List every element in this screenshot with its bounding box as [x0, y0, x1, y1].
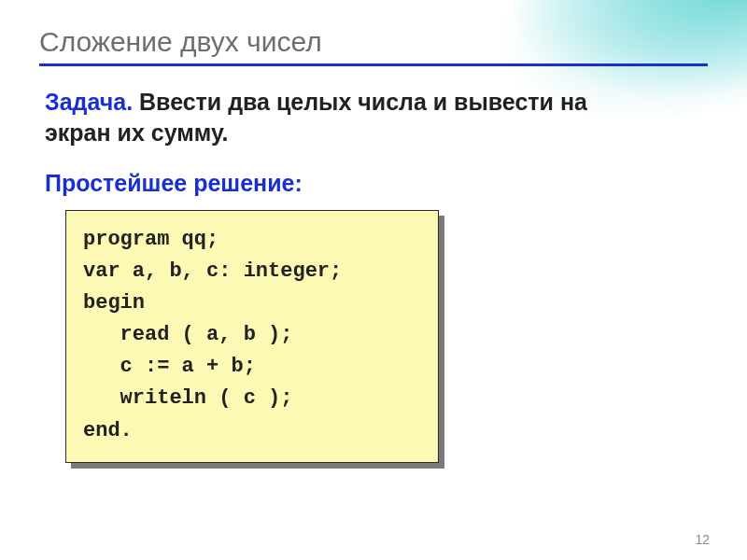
page-title: Сложение двух чисел	[39, 26, 708, 58]
task-label: Задача.	[45, 89, 133, 115]
slide-content: Сложение двух чисел Задача. Ввести два ц…	[0, 0, 747, 560]
code-block-body: program qq; var a, b, c: integer; begin …	[65, 210, 439, 463]
code-line-6: writeln ( c );	[83, 383, 421, 414]
code-block: program qq; var a, b, c: integer; begin …	[65, 210, 439, 463]
page-number: 12	[695, 532, 710, 547]
code-line-4: read ( a, b );	[83, 319, 421, 351]
task-text-line1: Ввести два целых числа и вывести на	[133, 89, 587, 115]
code-line-3: begin	[83, 287, 421, 319]
task-text-line2: экран их сумму.	[45, 119, 229, 146]
code-line-7: end.	[83, 415, 421, 447]
code-line-5: c := a + b;	[83, 351, 421, 383]
code-line-2: var a, b, c: integer;	[83, 256, 421, 287]
title-underline	[39, 63, 708, 66]
solution-subhead: Простейшее решение:	[45, 170, 708, 197]
task-statement: Задача. Ввести два целых числа и вывести…	[45, 87, 708, 147]
code-line-1: program qq;	[83, 224, 421, 256]
